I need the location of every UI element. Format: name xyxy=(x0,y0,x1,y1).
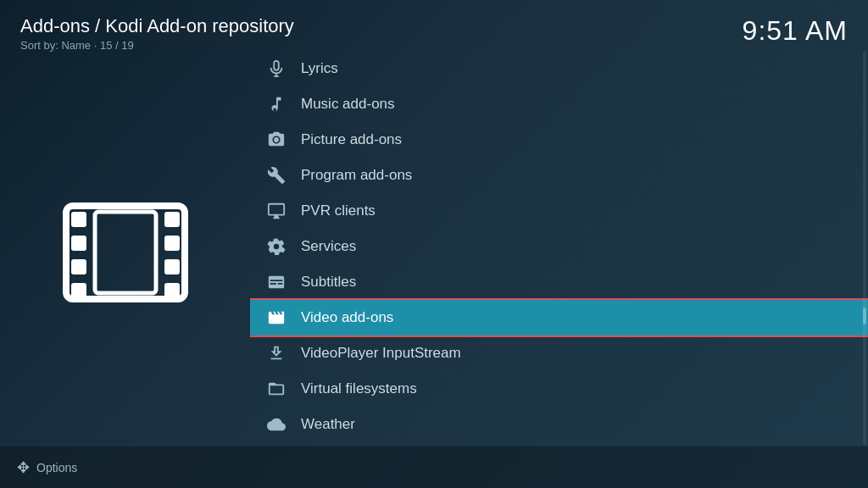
download-icon xyxy=(267,344,286,363)
list-item-pvr-clients[interactable]: PVR clients xyxy=(250,193,868,229)
scrollbar[interactable] xyxy=(863,51,866,446)
svg-rect-6 xyxy=(164,236,180,251)
music-note-icon xyxy=(267,95,286,114)
svg-rect-9 xyxy=(95,212,156,293)
header-left: Add-ons / Kodi Add-on repository Sort by… xyxy=(20,15,294,52)
camera-icon xyxy=(267,130,286,149)
lyrics-label: Lyrics xyxy=(301,60,338,77)
list-item-weather[interactable]: Weather xyxy=(250,407,868,442)
list-item-music-addons[interactable]: Music add-ons xyxy=(250,86,868,122)
services-label: Services xyxy=(301,238,356,255)
svg-rect-2 xyxy=(71,236,86,251)
film-icon xyxy=(267,308,286,327)
music-addons-label: Music add-ons xyxy=(301,96,395,113)
weather-label: Weather xyxy=(301,416,355,433)
wrench-icon xyxy=(267,166,286,185)
virtual-filesystems-label: Virtual filesystems xyxy=(301,380,417,397)
options-label: Options xyxy=(36,461,77,474)
picture-addons-label: Picture add-ons xyxy=(301,131,402,148)
list-item-services[interactable]: Services xyxy=(250,229,868,264)
monitor-icon xyxy=(267,202,286,220)
bottom-bar: ✥ Options xyxy=(0,446,868,488)
svg-rect-3 xyxy=(71,259,86,274)
options-icon: ✥ xyxy=(17,458,30,477)
svg-rect-8 xyxy=(164,283,180,298)
gear-icon xyxy=(267,237,286,256)
svg-rect-1 xyxy=(71,212,86,227)
subtitles-icon xyxy=(267,273,286,291)
options-button[interactable]: ✥ Options xyxy=(17,458,77,477)
list-panel: Lyrics Music add-ons Picture add-ons Pro… xyxy=(250,51,868,446)
cloud-icon xyxy=(267,415,286,434)
film-strip-icon xyxy=(58,193,193,312)
pvr-clients-label: PVR clients xyxy=(301,202,376,219)
list-item-picture-addons[interactable]: Picture add-ons xyxy=(250,122,868,158)
film-strip-svg xyxy=(58,193,193,312)
page-title: Add-ons / Kodi Add-on repository xyxy=(20,15,294,37)
svg-rect-4 xyxy=(71,283,86,298)
svg-rect-5 xyxy=(164,212,180,227)
left-panel xyxy=(0,0,250,488)
video-addons-label: Video add-ons xyxy=(301,309,393,326)
videoplayer-inputstream-label: VideoPlayer InputStream xyxy=(301,345,461,362)
program-addons-label: Program add-ons xyxy=(301,167,412,184)
mic-icon xyxy=(267,59,286,78)
scrollbar-thumb[interactable] xyxy=(863,308,866,324)
folder-icon xyxy=(267,380,286,398)
subtitles-label: Subtitles xyxy=(301,274,356,291)
header: Add-ons / Kodi Add-on repository Sort by… xyxy=(0,0,868,58)
svg-rect-7 xyxy=(164,259,180,274)
list-item-videoplayer-inputstream[interactable]: VideoPlayer InputStream xyxy=(250,336,868,371)
list-item-subtitles[interactable]: Subtitles xyxy=(250,264,868,300)
list-item-program-addons[interactable]: Program add-ons xyxy=(250,158,868,193)
clock: 9:51 AM xyxy=(743,15,848,47)
list-item-video-addons[interactable]: Video add-ons xyxy=(250,300,868,336)
list-item-virtual-filesystems[interactable]: Virtual filesystems xyxy=(250,371,868,407)
sort-info: Sort by: Name · 15 / 19 xyxy=(20,39,294,52)
